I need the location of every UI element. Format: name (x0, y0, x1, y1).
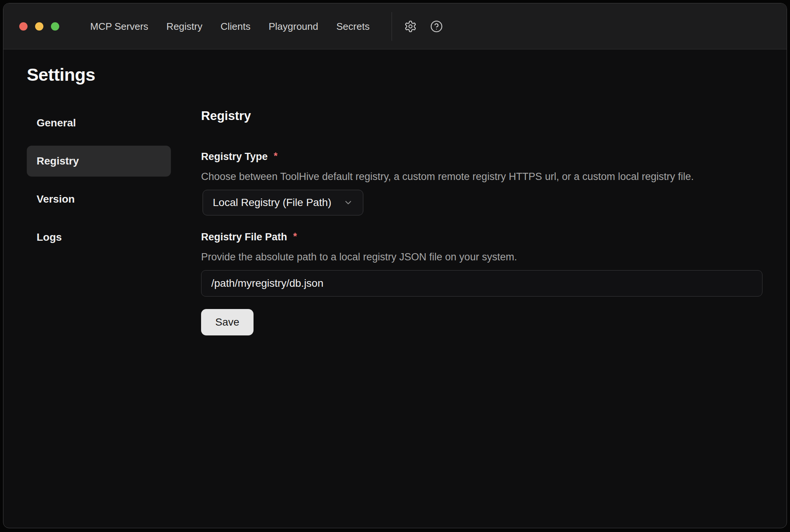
window-controls (19, 22, 59, 31)
registry-type-field: Registry Type * Choose between ToolHive … (201, 150, 763, 215)
registry-type-select[interactable]: Local Registry (File Path) (203, 190, 363, 215)
settings-page: Settings General Registry Version Logs R… (3, 49, 787, 335)
nav-item-mcp-servers[interactable]: MCP Servers (90, 20, 148, 33)
required-asterisk: * (293, 231, 297, 242)
registry-file-path-field: Registry File Path * Provide the absolut… (201, 231, 763, 297)
titlebar: MCP Servers Registry Clients Playground … (3, 3, 787, 49)
registry-type-selected-value: Local Registry (File Path) (213, 197, 331, 209)
top-nav: MCP Servers Registry Clients Playground … (90, 20, 370, 33)
chevron-down-icon (343, 198, 353, 208)
registry-type-label: Registry Type (201, 150, 268, 163)
settings-gear-icon[interactable] (404, 20, 417, 33)
sidebar-item-general[interactable]: General (27, 108, 171, 138)
page-title: Settings (27, 63, 763, 86)
zoom-window-button[interactable] (51, 22, 59, 31)
save-button[interactable]: Save (201, 309, 254, 335)
sidebar-item-logs[interactable]: Logs (27, 222, 171, 253)
nav-item-clients[interactable]: Clients (220, 20, 250, 33)
nav-item-registry[interactable]: Registry (166, 20, 202, 33)
minimize-window-button[interactable] (35, 22, 43, 31)
registry-file-path-label: Registry File Path (201, 231, 287, 243)
required-asterisk: * (274, 150, 278, 161)
titlebar-divider (392, 12, 392, 41)
registry-settings-panel: Registry Registry Type * Choose between … (201, 108, 763, 335)
settings-sidebar: General Registry Version Logs (27, 108, 171, 335)
registry-type-description: Choose between ToolHive default registry… (201, 170, 763, 183)
nav-item-secrets[interactable]: Secrets (337, 20, 370, 33)
close-window-button[interactable] (19, 22, 28, 31)
sidebar-item-registry[interactable]: Registry (27, 146, 171, 177)
app-window: MCP Servers Registry Clients Playground … (3, 3, 787, 528)
nav-item-playground[interactable]: Playground (269, 20, 318, 33)
sidebar-item-version[interactable]: Version (27, 184, 171, 215)
registry-file-path-description: Provide the absolute path to a local reg… (201, 251, 763, 263)
registry-file-path-input[interactable] (201, 270, 762, 297)
help-icon[interactable] (430, 20, 443, 33)
section-heading: Registry (201, 108, 763, 124)
titlebar-icons (404, 20, 443, 33)
